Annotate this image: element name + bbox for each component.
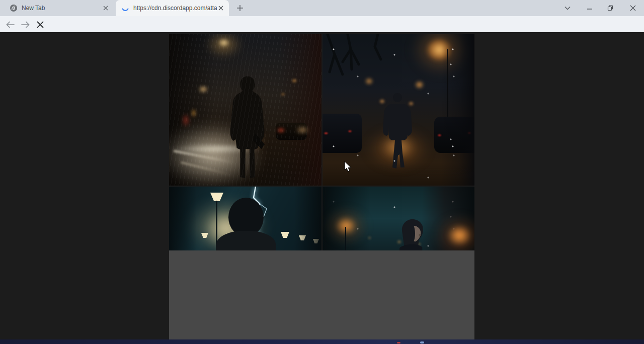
tab-title: https://cdn.discordapp.com/atta [133, 5, 217, 12]
generated-image-quadrant-1[interactable] [169, 34, 321, 186]
generated-image-quadrant-3[interactable] [169, 187, 321, 250]
tab-new-tab[interactable]: New Tab [4, 0, 114, 16]
tab-close-icon[interactable] [102, 4, 110, 12]
chrome-logo-icon [10, 4, 18, 12]
back-button[interactable] [3, 18, 17, 32]
image-loading-placeholder[interactable] [169, 250, 474, 339]
tab-strip: New Tab https://cdn.discordapp.com/atta [0, 0, 644, 16]
minimize-button[interactable] [581, 0, 598, 16]
taskbar-icon-speck [397, 342, 400, 343]
taskbar-edge[interactable] [0, 339, 644, 344]
generated-image-quadrant-4[interactable] [323, 187, 474, 250]
restore-button[interactable] [602, 0, 619, 16]
loading-spinner-icon [121, 4, 129, 12]
young-man-profile [391, 217, 434, 250]
tab-close-icon[interactable] [217, 4, 225, 12]
forward-button[interactable] [18, 18, 32, 32]
new-tab-button[interactable] [235, 3, 245, 13]
browser-window: New Tab https://cdn.discordapp.com/atta [0, 0, 644, 344]
tab-title: New Tab [22, 5, 102, 12]
toolbar: cdn.discordapp.com/attachments/966491171… [0, 16, 644, 32]
close-window-button[interactable] [624, 0, 641, 16]
tab-discord-cdn[interactable]: https://cdn.discordapp.com/atta [116, 0, 229, 16]
tab-search-button[interactable] [559, 0, 576, 16]
stop-loading-button[interactable] [33, 18, 47, 32]
taskbar-icon-speck [420, 341, 424, 343]
page-content-image-viewer [0, 32, 644, 344]
mouse-cursor [344, 161, 352, 173]
